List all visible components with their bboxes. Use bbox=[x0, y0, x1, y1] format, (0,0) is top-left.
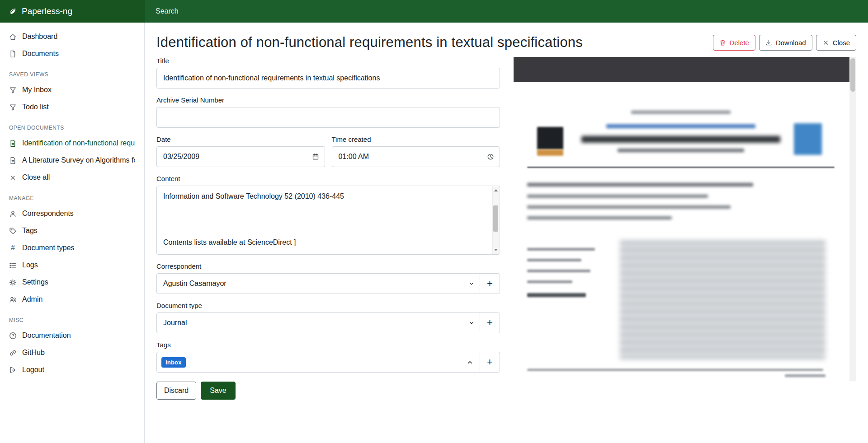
correspondent-select[interactable]: Agustin Casamayor bbox=[156, 273, 480, 294]
sidebar-item-label: My Inbox bbox=[22, 86, 52, 94]
add-tag-button[interactable]: + bbox=[480, 352, 500, 373]
person-icon bbox=[9, 210, 17, 218]
date-value: 03/25/2009 bbox=[163, 153, 199, 161]
title-field-group: Title bbox=[156, 57, 500, 89]
document-type-value: Journal bbox=[163, 319, 187, 327]
sidebar-item-label: Logs bbox=[22, 261, 38, 269]
sidebar-item-documents[interactable]: Documents bbox=[0, 45, 144, 62]
sidebar-item-label: Correspondents bbox=[22, 210, 74, 218]
sidebar-item-logs[interactable]: Logs bbox=[0, 256, 144, 274]
sidebar-item-document-types[interactable]: # Document types bbox=[0, 239, 144, 256]
sidebar-item-admin[interactable]: Admin bbox=[0, 291, 144, 308]
download-button[interactable]: Download bbox=[759, 35, 812, 51]
gear-icon bbox=[9, 279, 17, 286]
close-button[interactable]: Close bbox=[816, 35, 856, 51]
asn-input[interactable] bbox=[156, 107, 500, 128]
time-input[interactable]: 01:00 AM bbox=[332, 146, 500, 167]
tag-icon bbox=[9, 227, 17, 235]
time-label: Time created bbox=[332, 135, 500, 143]
sidebar-item-documentation[interactable]: Documentation bbox=[0, 327, 144, 344]
sidebar-item-my-inbox[interactable]: My Inbox bbox=[0, 81, 144, 98]
chevron-up-icon bbox=[467, 359, 473, 365]
hash-icon: # bbox=[9, 244, 17, 252]
pdf-blurred-line bbox=[527, 270, 590, 272]
content-textarea[interactable]: Information and Software Technology 52 (… bbox=[156, 186, 500, 255]
form-actions: Discard Save bbox=[156, 382, 500, 413]
pdf-blurred-line bbox=[527, 293, 586, 297]
sidebar-item-correspondents[interactable]: Correspondents bbox=[0, 205, 144, 222]
document-type-field-group: Document type Journal + bbox=[156, 302, 500, 333]
sidebar-item-logout[interactable]: Logout bbox=[0, 361, 144, 378]
correspondent-value: Agustin Casamayor bbox=[163, 280, 226, 288]
sidebar-item-label: Dashboard bbox=[22, 33, 57, 41]
calendar-icon[interactable] bbox=[312, 153, 319, 160]
document-edit-form: Title Archive Serial Number Date 03/25/2… bbox=[156, 57, 500, 413]
pdf-preview bbox=[514, 57, 856, 381]
pdf-blurred-line bbox=[527, 216, 672, 219]
sidebar-item-tags[interactable]: Tags bbox=[0, 222, 144, 239]
sidebar-item-github[interactable]: GitHub bbox=[0, 344, 144, 361]
trash-icon bbox=[719, 39, 726, 46]
pdf-scrollbar-thumb[interactable] bbox=[850, 58, 855, 92]
tags-input[interactable]: Inbox bbox=[156, 352, 460, 373]
sidebar-open-doc-2[interactable]: A Literature Survey on Algorithms for Mu… bbox=[0, 152, 144, 169]
add-document-type-button[interactable]: + bbox=[480, 312, 500, 333]
sidebar-item-label: Settings bbox=[22, 278, 48, 286]
pdf-blurred-line bbox=[785, 374, 826, 377]
content-row: Title Archive Serial Number Date 03/25/2… bbox=[145, 57, 868, 413]
add-correspondent-button[interactable]: + bbox=[480, 273, 500, 294]
pdf-blurred-line bbox=[631, 111, 731, 114]
search-input[interactable] bbox=[145, 0, 868, 23]
download-icon bbox=[765, 39, 772, 46]
content-text[interactable]: Information and Software Technology 52 (… bbox=[157, 186, 500, 254]
tag-badge-inbox[interactable]: Inbox bbox=[161, 357, 186, 368]
pdf-blurred-line bbox=[606, 124, 755, 128]
sidebar-item-todo-list[interactable]: Todo list bbox=[0, 98, 144, 116]
clock-icon[interactable] bbox=[487, 153, 494, 160]
file-text-icon bbox=[9, 140, 17, 147]
sidebar-item-label: Tags bbox=[22, 227, 38, 235]
pdf-blurred-title bbox=[581, 136, 780, 143]
tags-dropdown-toggle-button[interactable] bbox=[460, 352, 480, 373]
close-button-label: Close bbox=[833, 39, 850, 47]
sidebar-item-label: Admin bbox=[22, 295, 42, 303]
pdf-blurred-rule bbox=[527, 167, 835, 168]
sidebar-item-label: Todo list bbox=[22, 103, 49, 111]
app-root: Paperless-ng Dashboard Documents SAVED V… bbox=[0, 0, 868, 443]
date-input[interactable]: 03/25/2009 bbox=[156, 146, 325, 167]
date-field-group: Date 03/25/2009 bbox=[156, 135, 325, 167]
open-document-label: Identification of non-functional require… bbox=[22, 139, 135, 147]
app-brand[interactable]: Paperless-ng bbox=[0, 0, 145, 23]
discard-button[interactable]: Discard bbox=[156, 382, 196, 400]
delete-button[interactable]: Delete bbox=[713, 35, 755, 51]
search-bar bbox=[145, 0, 868, 23]
download-button-label: Download bbox=[776, 39, 806, 47]
time-field-group: Time created 01:00 AM bbox=[332, 135, 500, 167]
sidebar-item-label: Documentation bbox=[22, 331, 71, 340]
sidebar-item-settings[interactable]: Settings bbox=[0, 274, 144, 291]
pdf-blurred-line bbox=[527, 259, 581, 261]
save-button[interactable]: Save bbox=[201, 382, 235, 400]
scrollbar-up-arrow[interactable] bbox=[494, 189, 498, 191]
title-input[interactable] bbox=[156, 68, 500, 89]
document-type-select[interactable]: Journal bbox=[156, 312, 480, 333]
scrollbar-thumb[interactable] bbox=[493, 205, 498, 232]
sidebar-item-close-all[interactable]: Close all bbox=[0, 169, 144, 186]
close-icon bbox=[822, 39, 829, 46]
content-scrollbar[interactable] bbox=[492, 187, 499, 254]
pdf-scrollbar[interactable] bbox=[849, 57, 856, 381]
sidebar-section-saved-views: SAVED VIEWS bbox=[0, 62, 144, 81]
scrollbar-down-arrow[interactable] bbox=[494, 249, 498, 251]
close-icon bbox=[9, 174, 17, 182]
pdf-blurred-line bbox=[527, 195, 708, 198]
sidebar-item-dashboard[interactable]: Dashboard bbox=[0, 28, 144, 45]
sidebar-item-label: Logout bbox=[22, 366, 44, 374]
pdf-toolbar[interactable] bbox=[514, 57, 849, 82]
pdf-blurred-line bbox=[618, 149, 744, 152]
top-navbar: Paperless-ng bbox=[0, 0, 868, 23]
sidebar-open-doc-1[interactable]: Identification of non-functional require… bbox=[0, 135, 144, 152]
funnel-icon bbox=[9, 86, 17, 94]
question-circle-icon bbox=[9, 332, 17, 340]
funnel-icon bbox=[9, 103, 17, 111]
pdf-blurred-line bbox=[527, 248, 595, 251]
